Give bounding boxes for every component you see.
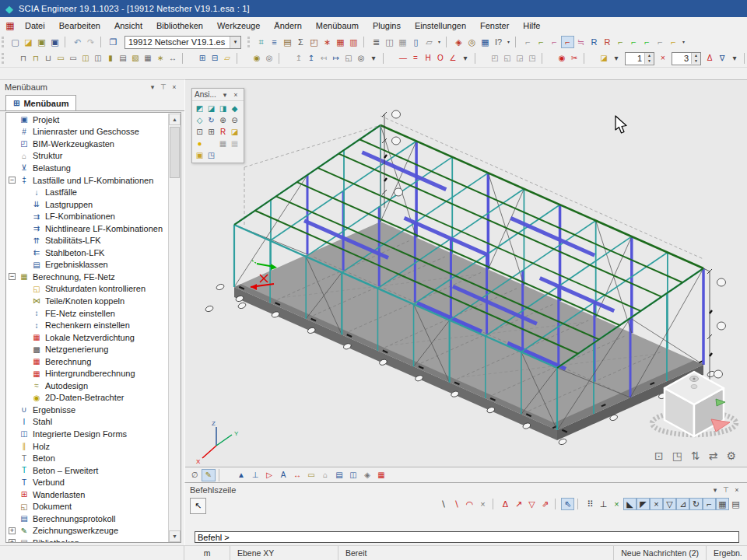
node-scale-tool-button[interactable]: × xyxy=(657,52,669,65)
member-bracing-button[interactable]: ◫ xyxy=(79,52,92,65)
toolbar-separator[interactable] xyxy=(493,499,497,509)
snap-cursor-move-button[interactable]: ↗ xyxy=(512,498,525,510)
panel-menu-icon[interactable]: ▾ xyxy=(710,486,721,494)
more-scale-tools-button[interactable]: ▾ xyxy=(728,52,741,65)
swap-view-button[interactable]: ⇄ xyxy=(709,450,718,462)
show-connections-button[interactable]: ⌂ xyxy=(318,469,332,481)
view-axonometric-button[interactable]: ◆ xyxy=(229,103,240,114)
tree-item-nichtlineare-lf-kombinationen[interactable]: ⇉ Nichtlineare LF-Kombinationen xyxy=(6,222,168,235)
disconnect-members-button[interactable]: ⊟ xyxy=(209,52,221,65)
zoom-previous-button[interactable]: R xyxy=(217,126,229,138)
tree-item-stahl[interactable]: I Stahl xyxy=(6,416,168,429)
pointer-mode-button[interactable]: ↖ xyxy=(190,498,206,514)
save-project-button[interactable]: ▣ xyxy=(35,36,48,48)
model-viewport[interactable]: ZYX Ansi... ▾ × ◩◪◨◆◇↻⊕⊖⊡⊞R◪●▦▦▣◳ ⊡◳⇅⇄⚙ … xyxy=(184,79,747,482)
view-perspective-button[interactable]: ◇ xyxy=(194,114,205,126)
cut-tool-button[interactable]: ✂ xyxy=(568,52,580,65)
scrollbar-thumb[interactable] xyxy=(170,127,180,178)
view-flag-10-button[interactable]: ⌐ xyxy=(640,36,654,48)
display-mesh-button[interactable]: ▦ xyxy=(374,469,388,481)
toolbar-separator[interactable] xyxy=(383,53,395,64)
tree-item-fe-netz-einstellen[interactable]: ↕ FE-Netz einstellen xyxy=(6,307,168,320)
tree-item-2d-daten-betrachter[interactable]: ◉ 2D-Daten-Betrachter xyxy=(6,392,168,404)
toggle-panels-button[interactable]: ❐ xyxy=(107,36,120,48)
more-view-flags-button[interactable]: ▾ xyxy=(680,36,687,48)
tree-item-hintergrundberechnung[interactable]: ▦ Hintergrundberechnung xyxy=(6,367,168,380)
search-binoculars-button[interactable]: ◎ xyxy=(355,52,367,65)
command-input[interactable] xyxy=(195,531,739,543)
more-supports-button[interactable]: ▾ xyxy=(459,52,472,65)
coordinate-input-button[interactable]: ▤ xyxy=(729,498,742,510)
document-button[interactable]: ▯ xyxy=(409,36,423,48)
tree-item-berechnung[interactable]: ▦ Berechnung xyxy=(6,355,168,368)
member-column-b-button[interactable]: ⊓ xyxy=(30,52,42,65)
print-button[interactable]: ≣ xyxy=(370,36,383,48)
toolbar-separator[interactable] xyxy=(279,53,291,64)
more-exports-button[interactable]: ▾ xyxy=(367,52,380,65)
units-tool-button[interactable]: ∇ xyxy=(716,52,728,65)
more-tools-button[interactable]: ▾ xyxy=(505,36,512,48)
tree-item-dokument[interactable]: ◱ Dokument xyxy=(6,501,168,513)
tree-item-integrierte-design-forms[interactable]: ◫ Integrierte Design Forms xyxy=(6,428,168,440)
snap-percentage-button[interactable]: × xyxy=(650,498,663,510)
view-flag-3-button[interactable]: ⌐ xyxy=(548,36,561,48)
snap-node-button[interactable]: Δ xyxy=(499,498,512,510)
panel-pin-icon[interactable]: ⊤ xyxy=(158,83,169,91)
tree-expander-icon[interactable]: + xyxy=(9,539,16,542)
tree-item-lastfalle-und-lf-kombinationen[interactable]: − ‡ Lastfälle und LF-Kombinationen xyxy=(6,174,168,187)
toolbar-separator[interactable] xyxy=(542,53,554,64)
menu-item[interactable]: Einstellungen xyxy=(408,19,473,32)
view-flag-1-button[interactable]: ⌐ xyxy=(521,36,535,48)
member-plate-button[interactable]: ▤ xyxy=(117,52,129,65)
view-z-button[interactable]: ◨ xyxy=(217,103,229,114)
copy-tool-1-button[interactable]: ◰ xyxy=(489,52,501,65)
zoom-out-button[interactable]: ⊖ xyxy=(229,114,240,126)
hide-selection-button[interactable]: ◉ xyxy=(251,52,263,65)
view-x-button[interactable]: ◩ xyxy=(194,103,205,114)
tree-item-lf-kombinationen[interactable]: ⇉ LF-Kombinationen xyxy=(6,210,168,222)
view-saved-button[interactable]: ◪ xyxy=(229,126,240,138)
member-span-button[interactable]: ↔ xyxy=(167,52,179,65)
view-cube-toggle-button[interactable]: ◳ xyxy=(672,450,682,462)
gallery-button[interactable]: ▦ xyxy=(334,36,347,48)
draw-line-button[interactable]: ∖ xyxy=(437,498,450,510)
selection-level-spinner[interactable]: 1 ▲▼ xyxy=(625,52,654,65)
status-messages-button[interactable]: Neue Nachrichten (2) xyxy=(613,546,706,560)
engineering-report-button[interactable]: ▱ xyxy=(423,36,436,48)
show-numbering-button[interactable]: ▤ xyxy=(332,469,346,481)
member-load-panel-button[interactable]: ∗ xyxy=(154,52,167,65)
more-services-button[interactable]: ▾ xyxy=(610,52,622,65)
open-project-button[interactable]: ◪ xyxy=(22,36,35,48)
menu-item[interactable]: Fenster xyxy=(473,19,516,32)
undo-button[interactable]: ↶ xyxy=(71,36,84,48)
angle-support-button[interactable]: ∠ xyxy=(447,52,459,65)
pen-default-button[interactable]: ∅ xyxy=(188,469,202,481)
zoom-in-button[interactable]: ⊕ xyxy=(217,114,229,126)
cancel-drawing-button[interactable]: × xyxy=(476,498,489,510)
menu-item[interactable]: Datei xyxy=(18,19,52,32)
copy-tool-2-button[interactable]: ◱ xyxy=(501,52,514,65)
snap-perpendicular-button[interactable]: ⌐ xyxy=(703,498,716,510)
view-settings-button[interactable]: ⚙ xyxy=(726,450,736,462)
tree-item-belastung[interactable]: ⊻ Belastung xyxy=(6,162,168,174)
document-export-1-button[interactable]: ↤ xyxy=(317,52,330,65)
panel-close-icon[interactable]: × xyxy=(731,486,742,494)
toolbar-grip[interactable] xyxy=(2,37,5,47)
table-export-2-button[interactable]: ↥ xyxy=(305,52,317,65)
zoom-window-button[interactable]: ⊡ xyxy=(194,126,205,138)
pen-colored-button[interactable]: ✎ xyxy=(202,469,216,481)
view-flag-4-button[interactable]: ⌐ xyxy=(561,36,574,48)
zoom-border-button[interactable]: ⊡ xyxy=(654,450,664,462)
tree-item-berechnung-fe-netz[interactable]: − ▦ Berechnung, FE-Netz xyxy=(6,271,168,283)
show-loads-button[interactable]: ⊥ xyxy=(248,469,262,481)
tree-item-teile-knoten-koppeln[interactable]: ⋈ Teile/Knoten koppeln xyxy=(6,295,168,307)
view-ucs-button[interactable]: ↻ xyxy=(205,114,217,126)
display-model-button[interactable]: ◫ xyxy=(346,469,360,481)
render-mode-2-button[interactable]: ▦ xyxy=(229,138,240,149)
toolbar-separator[interactable] xyxy=(577,499,582,509)
menu-item[interactable]: Werkzeuge xyxy=(210,19,267,32)
panel-pin-icon[interactable]: ⊤ xyxy=(721,486,731,494)
view-flag-6-button[interactable]: R xyxy=(587,36,601,48)
tree-item-autodesign[interactable]: ≈ Autodesign xyxy=(6,380,168,392)
snap-tracking-button[interactable]: ⇗ xyxy=(538,498,552,510)
